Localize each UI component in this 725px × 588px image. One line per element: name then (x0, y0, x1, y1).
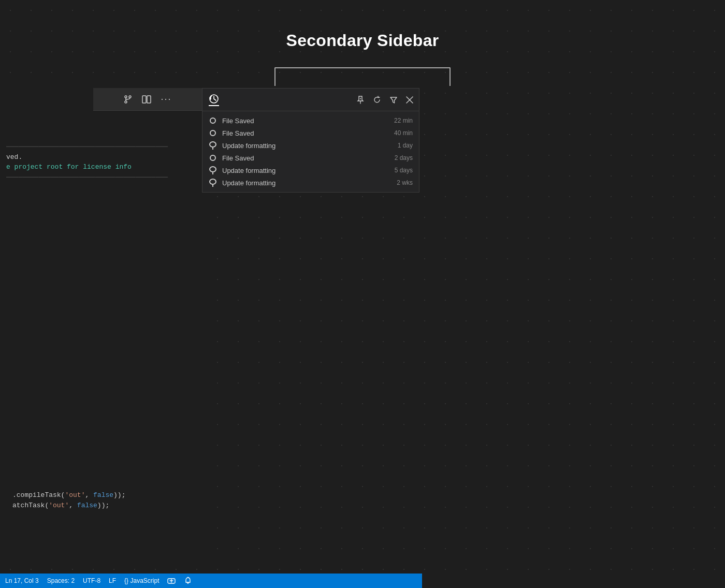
update-formatting-icon-1 (209, 141, 217, 150)
history-item[interactable]: File Saved 2 days (202, 152, 419, 164)
svg-point-1 (125, 101, 127, 103)
status-line-ending[interactable]: LF (109, 577, 116, 584)
remote-icon[interactable] (167, 577, 176, 585)
history-label-1: File Saved (222, 117, 382, 125)
code-panel: ────────────────────────────────────────… (0, 88, 205, 557)
sidebar-header-right (355, 94, 415, 106)
sidebar-header-left (209, 94, 219, 106)
update-formatting-icon-2 (209, 166, 217, 174)
history-item[interactable]: File Saved 40 min (202, 127, 419, 139)
more-icon[interactable]: ··· (161, 94, 171, 105)
code-line-watch: atchTask('out', false)); (6, 501, 198, 511)
code-dashes-top: ──────────────────────────────────────── (0, 142, 205, 152)
close-icon-btn[interactable] (404, 95, 415, 105)
code-line-ved: ved. (0, 152, 205, 163)
pin-icon-btn[interactable] (355, 94, 366, 106)
filter-icon-btn[interactable] (388, 94, 399, 106)
status-position[interactable]: Ln 17, Col 3 (5, 577, 39, 584)
history-item[interactable]: File Saved 22 min (202, 114, 419, 127)
history-time-4: 2 days (387, 154, 413, 161)
history-label-6: Update formatting (222, 179, 382, 187)
history-label-4: File Saved (222, 154, 382, 162)
editor-toolbar: ··· (93, 88, 202, 111)
sidebar-header (202, 89, 419, 111)
page-title-area: Secondary Sidebar (0, 31, 725, 50)
status-spaces[interactable]: Spaces: 2 (47, 577, 75, 584)
history-label-2: File Saved (222, 129, 382, 137)
svg-point-2 (129, 96, 131, 98)
history-time-6: 2 wks (387, 179, 413, 186)
history-time-3: 1 day (387, 142, 413, 149)
history-time-5: 5 days (387, 167, 413, 174)
code-line-compile: .compileTask('out', false)); (6, 490, 198, 501)
file-saved-icon-1 (209, 116, 217, 125)
svg-point-0 (125, 96, 127, 98)
code-dashes-bottom: ──────────────────────────────────────── (0, 172, 205, 183)
history-label-3: Update formatting (222, 142, 382, 150)
history-time-1: 22 min (387, 117, 413, 124)
branch-icon[interactable] (123, 95, 133, 104)
bell-icon[interactable] (184, 577, 192, 585)
history-label-5: Update formatting (222, 167, 382, 174)
history-item[interactable]: Update formatting 5 days (202, 164, 419, 177)
refresh-icon-btn[interactable] (371, 94, 383, 106)
history-icon[interactable] (209, 94, 219, 106)
status-language[interactable]: {} JavaScript (124, 577, 159, 584)
history-list: File Saved 22 min File Saved 40 min Upda… (202, 111, 419, 192)
sidebar-panel: File Saved 22 min File Saved 40 min Upda… (202, 88, 419, 193)
status-bar: Ln 17, Col 3 Spaces: 2 UTF-8 LF {} JavaS… (0, 574, 422, 588)
history-time-2: 40 min (387, 129, 413, 137)
file-saved-icon-2 (209, 129, 217, 137)
file-saved-icon-3 (209, 154, 217, 162)
svg-rect-4 (142, 96, 146, 103)
page-title: Secondary Sidebar (0, 31, 725, 50)
history-item[interactable]: Update formatting 1 day (202, 139, 419, 152)
code-line-license: e project root for license info (0, 162, 205, 172)
status-encoding[interactable]: UTF-8 (83, 577, 100, 584)
split-editor-icon[interactable] (142, 95, 151, 104)
update-formatting-icon-3 (209, 179, 217, 187)
svg-rect-5 (147, 96, 151, 103)
history-item[interactable]: Update formatting 2 wks (202, 177, 419, 189)
bracket-decoration (274, 67, 451, 86)
